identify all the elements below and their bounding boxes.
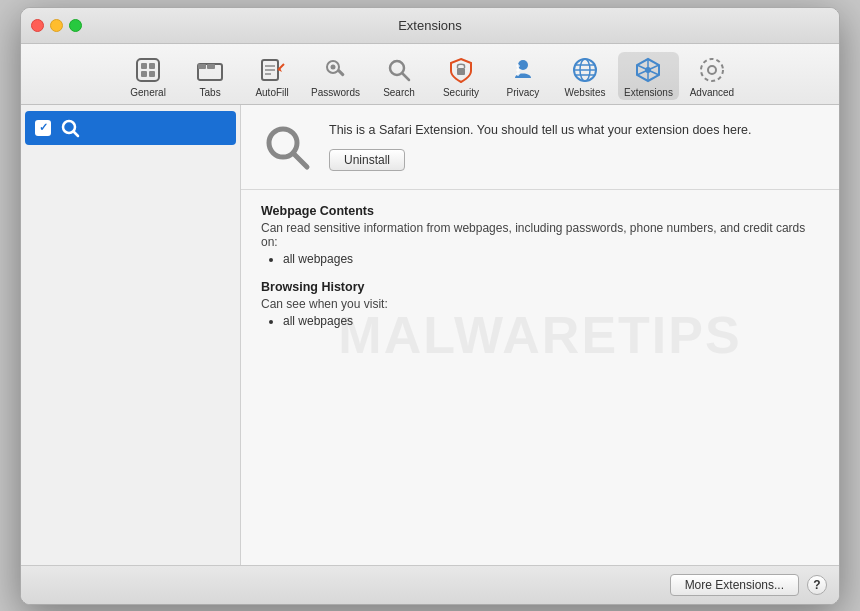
passwords-label: Passwords: [311, 87, 360, 98]
general-label: General: [130, 87, 166, 98]
toolbar-websites[interactable]: Websites: [556, 52, 614, 100]
footer: More Extensions... ?: [21, 565, 839, 604]
privacy-icon: [507, 54, 539, 86]
svg-rect-6: [198, 64, 206, 69]
autofill-icon: [256, 54, 288, 86]
permission-webpage-list: all webpages: [261, 252, 819, 266]
toolbar-autofill[interactable]: AutoFill: [243, 52, 301, 100]
svg-rect-2: [149, 63, 155, 69]
main-content: MALWARETIPS This is a Safari Extension. …: [241, 105, 839, 565]
safari-preferences-window: Extensions General: [20, 7, 840, 605]
autofill-label: AutoFill: [255, 87, 288, 98]
search-icon-toolbar: [383, 54, 415, 86]
toolbar-security[interactable]: Security: [432, 52, 490, 100]
extension-description: This is a Safari Extension. You should t…: [329, 122, 819, 140]
svg-rect-0: [137, 59, 159, 81]
checkmark-icon: ✓: [39, 121, 48, 134]
svg-line-18: [402, 73, 409, 80]
permission-browsing-history: Browsing History Can see when you visit:…: [261, 280, 819, 328]
close-button[interactable]: [31, 19, 44, 32]
permission-webpage-title: Webpage Contents: [261, 204, 819, 218]
extensions-label: Extensions: [624, 87, 673, 98]
permission-history-title: Browsing History: [261, 280, 819, 294]
toolbar-tabs[interactable]: Tabs: [181, 52, 239, 100]
extension-header: This is a Safari Extension. You should t…: [241, 105, 839, 190]
extension-enabled-checkbox[interactable]: ✓: [35, 120, 51, 136]
toolbar-general[interactable]: General: [119, 52, 177, 100]
tabs-icon: [194, 54, 226, 86]
svg-rect-15: [337, 68, 345, 76]
extension-info: This is a Safari Extension. You should t…: [329, 122, 819, 172]
extension-permissions: Webpage Contents Can read sensitive info…: [241, 190, 839, 356]
help-button[interactable]: ?: [807, 575, 827, 595]
more-extensions-button[interactable]: More Extensions...: [670, 574, 799, 596]
tabs-label: Tabs: [200, 87, 221, 98]
titlebar: Extensions: [21, 8, 839, 44]
maximize-button[interactable]: [69, 19, 82, 32]
svg-line-34: [74, 131, 79, 136]
svg-rect-7: [207, 64, 215, 69]
extension-large-icon: [261, 121, 313, 173]
toolbar-extensions[interactable]: Extensions: [618, 52, 679, 100]
toolbar-items: General Tabs: [21, 52, 839, 100]
security-icon: [445, 54, 477, 86]
svg-rect-19: [457, 68, 465, 75]
permission-history-item: all webpages: [283, 314, 819, 328]
permission-webpage-contents: Webpage Contents Can read sensitive info…: [261, 204, 819, 266]
search-label: Search: [383, 87, 415, 98]
permission-history-list: all webpages: [261, 314, 819, 328]
svg-point-20: [518, 60, 528, 70]
uninstall-button[interactable]: Uninstall: [329, 149, 405, 171]
permission-webpage-desc: Can read sensitive information from webp…: [261, 221, 819, 249]
svg-point-31: [708, 66, 716, 74]
toolbar-advanced[interactable]: Advanced: [683, 52, 741, 100]
content-area: ✓ MALWARETIPS: [21, 105, 839, 565]
svg-rect-1: [141, 63, 147, 69]
advanced-label: Advanced: [690, 87, 734, 98]
minimize-button[interactable]: [50, 19, 63, 32]
advanced-icon: [696, 54, 728, 86]
toolbar: General Tabs: [21, 44, 839, 105]
privacy-label: Privacy: [507, 87, 540, 98]
toolbar-search[interactable]: Search: [370, 52, 428, 100]
security-label: Security: [443, 87, 479, 98]
websites-icon: [569, 54, 601, 86]
svg-point-32: [701, 59, 723, 81]
passwords-icon: [320, 54, 352, 86]
general-icon: [132, 54, 164, 86]
toolbar-privacy[interactable]: Privacy: [494, 52, 552, 100]
svg-line-36: [293, 153, 307, 167]
websites-label: Websites: [565, 87, 606, 98]
svg-point-16: [330, 64, 335, 69]
toolbar-passwords[interactable]: Passwords: [305, 52, 366, 100]
svg-point-30: [645, 67, 651, 73]
window-title: Extensions: [398, 18, 462, 33]
svg-rect-4: [149, 71, 155, 77]
traffic-lights: [31, 19, 82, 32]
sidebar: ✓: [21, 105, 241, 565]
permission-history-desc: Can see when you visit:: [261, 297, 819, 311]
svg-rect-3: [141, 71, 147, 77]
extension-icon: [59, 117, 81, 139]
extensions-icon: [632, 54, 664, 86]
permission-webpage-item: all webpages: [283, 252, 819, 266]
sidebar-item-search-ext[interactable]: ✓: [25, 111, 236, 145]
